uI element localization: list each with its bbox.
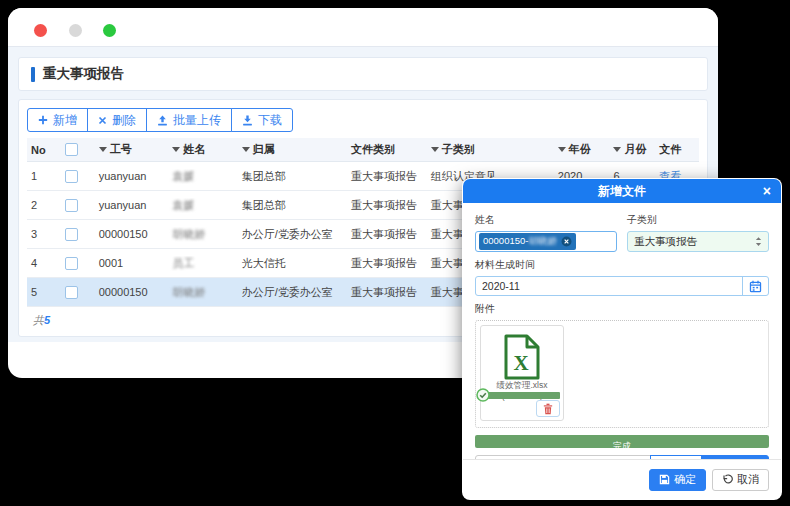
name-tag-prefix: 00000150- bbox=[483, 235, 528, 248]
cell-empno: 00000150 bbox=[95, 228, 169, 240]
cell-empno: 0001 bbox=[95, 257, 169, 269]
batch-upload-button[interactable]: 批量上传 bbox=[146, 108, 232, 132]
add-button[interactable]: 新增 bbox=[27, 108, 88, 132]
filter-icon bbox=[431, 147, 439, 152]
undo-icon bbox=[722, 474, 733, 485]
cell-no: 5 bbox=[27, 286, 61, 298]
add-button-label: 新增 bbox=[53, 112, 77, 129]
cell-name: 袁媛 bbox=[172, 198, 194, 213]
remove-tag-icon[interactable] bbox=[561, 236, 572, 247]
total-count: 5 bbox=[44, 314, 50, 326]
plus-icon bbox=[38, 115, 48, 125]
name-tag: 00000150-胡晓娇 bbox=[479, 233, 576, 250]
col-category: 文件类别 bbox=[347, 142, 427, 157]
modal-header: 新增文件 × bbox=[463, 179, 781, 203]
row-checkbox[interactable] bbox=[65, 257, 78, 270]
delete-button[interactable]: 删除 bbox=[87, 108, 147, 132]
maximize-window-icon[interactable] bbox=[103, 24, 116, 37]
filter-icon bbox=[613, 147, 621, 152]
col-subcategory[interactable]: 子类别 bbox=[427, 142, 554, 157]
attachment-dropzone[interactable]: X 绩效管理.xlsx (14.58 KB) bbox=[475, 320, 769, 428]
cell-category: 重大事项报告 bbox=[347, 227, 427, 242]
col-name[interactable]: 姓名 bbox=[168, 142, 238, 157]
cell-org: 集团总部 bbox=[238, 198, 347, 213]
attachment-label: 附件 bbox=[475, 302, 769, 316]
modal-footer: 确定 取消 bbox=[463, 459, 781, 499]
filter-icon bbox=[242, 147, 250, 152]
trash-icon bbox=[543, 403, 553, 415]
date-label: 材料生成时间 bbox=[475, 258, 769, 272]
col-select bbox=[61, 143, 95, 156]
modal-body: 姓名 00000150-胡晓娇 子类别 重大事项报告 材料 bbox=[463, 203, 781, 477]
cell-no: 2 bbox=[27, 199, 61, 211]
col-empno[interactable]: 工号 bbox=[95, 142, 169, 157]
calendar-icon[interactable] bbox=[742, 277, 768, 295]
cell-no: 1 bbox=[27, 170, 61, 182]
confirm-button-label: 确定 bbox=[674, 472, 696, 487]
date-input[interactable]: 2020-11 bbox=[476, 277, 742, 295]
check-circle-icon bbox=[476, 388, 490, 402]
cell-category: 重大事项报告 bbox=[347, 285, 427, 300]
cell-org: 办公厅/党委办公室 bbox=[238, 285, 347, 300]
subcategory-value: 重大事项报告 bbox=[634, 235, 697, 249]
delete-button-label: 删除 bbox=[112, 112, 136, 129]
minimize-window-icon[interactable] bbox=[69, 24, 82, 37]
close-icon[interactable]: × bbox=[763, 181, 771, 201]
save-icon bbox=[659, 474, 670, 485]
svg-text:X: X bbox=[513, 351, 528, 375]
cell-name: 胡晓娇 bbox=[172, 227, 205, 242]
row-checkbox[interactable] bbox=[65, 199, 78, 212]
excel-file-icon: X bbox=[481, 334, 563, 380]
col-file: 文件 bbox=[655, 142, 699, 157]
cell-org: 办公厅/党委办公室 bbox=[238, 227, 347, 242]
row-checkbox[interactable] bbox=[65, 228, 78, 241]
upload-progress-bar: 完成 bbox=[475, 435, 769, 448]
cell-name: 袁媛 bbox=[172, 169, 194, 184]
date-input-group: 2020-11 bbox=[475, 276, 769, 296]
upload-progress-label: 完成 bbox=[613, 441, 631, 451]
col-org[interactable]: 归属 bbox=[238, 142, 347, 157]
cancel-button[interactable]: 取消 bbox=[712, 469, 769, 491]
cell-no: 4 bbox=[27, 257, 61, 269]
col-month[interactable]: 月份 bbox=[609, 142, 655, 157]
page-header-panel: 重大事项报告 bbox=[18, 57, 708, 91]
row-checkbox[interactable] bbox=[65, 170, 78, 183]
download-button-label: 下载 bbox=[258, 112, 282, 129]
cell-empno: yuanyuan bbox=[95, 170, 169, 182]
cell-no: 3 bbox=[27, 228, 61, 240]
cell-category: 重大事项报告 bbox=[347, 256, 427, 271]
cell-category: 重大事项报告 bbox=[347, 169, 427, 184]
cell-empno: yuanyuan bbox=[95, 199, 169, 211]
filter-icon bbox=[99, 147, 107, 152]
filter-icon bbox=[558, 147, 566, 152]
upload-icon bbox=[157, 115, 168, 126]
cell-name: 胡晓娇 bbox=[172, 285, 205, 300]
name-input[interactable]: 00000150-胡晓娇 bbox=[475, 231, 617, 252]
window-titlebar bbox=[8, 8, 718, 47]
cell-category: 重大事项报告 bbox=[347, 198, 427, 213]
cell-empno: 00000150 bbox=[95, 286, 169, 298]
row-checkbox[interactable] bbox=[65, 286, 78, 299]
delete-file-button[interactable] bbox=[536, 400, 560, 417]
col-year[interactable]: 年份 bbox=[554, 142, 610, 157]
batch-upload-button-label: 批量上传 bbox=[173, 112, 221, 129]
filter-icon bbox=[172, 147, 180, 152]
uploaded-file-card: X 绩效管理.xlsx (14.58 KB) bbox=[480, 325, 564, 421]
cell-org: 光大信托 bbox=[238, 256, 347, 271]
confirm-button[interactable]: 确定 bbox=[649, 469, 706, 491]
name-label: 姓名 bbox=[475, 213, 617, 227]
select-all-checkbox[interactable] bbox=[65, 143, 78, 156]
table-header-row: No 工号 姓名 归属 文件类别 子类别 年份 月份 文件 bbox=[27, 138, 699, 162]
select-spinner-icon bbox=[755, 236, 762, 247]
cancel-button-label: 取消 bbox=[737, 472, 759, 487]
close-window-icon[interactable] bbox=[34, 24, 47, 37]
total-label: 共 bbox=[33, 314, 44, 326]
toolbar: 新增 删除 批量上传 下载 bbox=[27, 108, 699, 132]
modal-title: 新增文件 bbox=[598, 183, 646, 200]
subcategory-select[interactable]: 重大事项报告 bbox=[627, 231, 769, 252]
download-icon bbox=[242, 115, 253, 126]
download-button[interactable]: 下载 bbox=[231, 108, 293, 132]
cell-name: 员工 bbox=[172, 256, 194, 271]
page-title: 重大事项报告 bbox=[43, 65, 124, 83]
add-file-modal: 新增文件 × 姓名 00000150-胡晓娇 子类别 重大事项报告 bbox=[462, 178, 782, 500]
